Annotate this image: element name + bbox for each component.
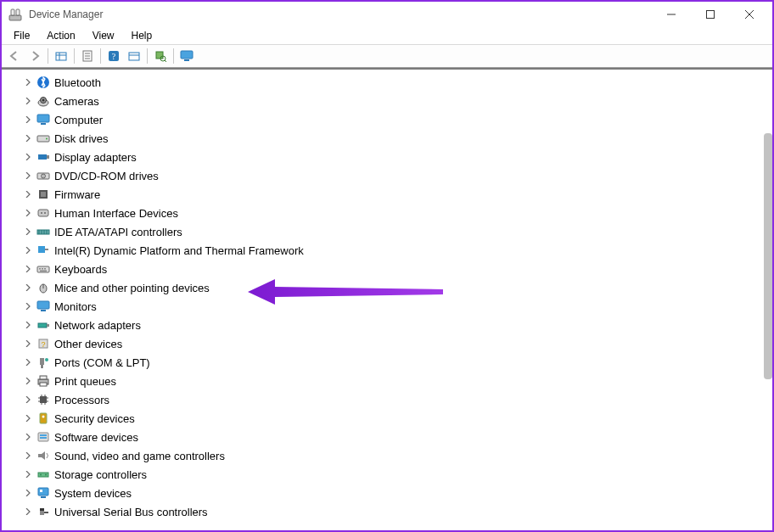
tree-node-label: Software devices	[54, 431, 138, 444]
svg-rect-55	[41, 310, 46, 311]
tree-node[interactable]: System devices	[22, 484, 772, 502]
svg-rect-85	[40, 490, 42, 492]
expand-icon[interactable]	[22, 338, 34, 350]
back-icon[interactable]	[5, 47, 24, 65]
tree-node[interactable]: Computer	[22, 110, 772, 129]
tree-node[interactable]: DVD/CD-ROM drives	[22, 166, 772, 185]
device-tree[interactable]: BluetoothCamerasComputerDisk drivesDispl…	[2, 70, 772, 530]
svg-rect-27	[37, 115, 49, 122]
svg-rect-37	[38, 210, 48, 216]
tree-node[interactable]: Human Interface Devices	[22, 204, 772, 222]
expand-icon[interactable]	[22, 450, 34, 462]
tree-node[interactable]: Universal Serial Bus controllers	[22, 502, 772, 521]
tree-node[interactable]: Network adapters	[22, 316, 772, 334]
expand-icon[interactable]	[22, 431, 34, 443]
show-hidden-icon[interactable]	[52, 47, 70, 65]
menu-action[interactable]: Action	[38, 28, 83, 43]
disk-drive-icon	[36, 131, 51, 146]
expand-icon[interactable]	[22, 76, 34, 88]
maximize-button[interactable]	[691, 2, 730, 27]
tree-node[interactable]: Bluetooth	[22, 73, 772, 92]
expand-icon[interactable]	[22, 487, 34, 499]
svg-rect-57	[47, 324, 49, 327]
expand-icon[interactable]	[22, 263, 34, 275]
expand-icon[interactable]	[22, 114, 34, 126]
svg-rect-16	[129, 53, 139, 60]
tree-node[interactable]: Keyboards	[22, 260, 772, 278]
help-icon[interactable]: ?	[104, 47, 123, 65]
tree-node[interactable]: Monitors	[22, 297, 772, 316]
tree-node-label: Cameras	[54, 95, 99, 108]
tree-node-label: Network adapters	[54, 319, 141, 332]
tree-node[interactable]: Software devices	[22, 428, 772, 446]
expand-icon[interactable]	[22, 95, 34, 107]
svg-point-62	[45, 358, 48, 361]
expand-icon[interactable]	[22, 375, 34, 387]
software-device-icon	[36, 429, 51, 445]
expand-icon[interactable]	[22, 412, 34, 424]
expand-icon[interactable]	[22, 282, 34, 294]
svg-point-82	[40, 474, 42, 476]
svg-rect-22	[184, 59, 189, 61]
svg-point-39	[44, 212, 46, 214]
svg-rect-0	[9, 15, 21, 20]
expand-icon[interactable]	[22, 151, 34, 163]
expand-icon[interactable]	[22, 356, 34, 368]
tree-node[interactable]: Display adapters	[22, 148, 772, 166]
tree-node[interactable]: Storage controllers	[22, 465, 772, 484]
tree-node[interactable]: ?Other devices	[22, 334, 772, 353]
menubar: File Action View Help	[2, 27, 772, 44]
svg-point-30	[46, 138, 48, 140]
svg-text:?: ?	[41, 340, 45, 349]
expand-icon[interactable]	[22, 468, 34, 480]
minimize-button[interactable]	[652, 2, 691, 27]
expand-icon[interactable]	[22, 132, 34, 144]
tree-node[interactable]: Intel(R) Dynamic Platform and Thermal Fr…	[22, 241, 772, 260]
system-device-icon	[36, 485, 51, 501]
tree-node-label: Print queues	[54, 375, 116, 388]
tree-node[interactable]: Firmware	[22, 185, 772, 204]
tree-node[interactable]: Cameras	[22, 92, 772, 110]
tree-node[interactable]: Mice and other pointing devices	[22, 278, 772, 297]
svg-rect-78	[40, 434, 47, 436]
expand-icon[interactable]	[22, 319, 34, 331]
tree-node[interactable]: Print queues	[22, 372, 772, 390]
tree-node-label: Disk drives	[54, 132, 109, 145]
expand-icon[interactable]	[22, 506, 34, 518]
svg-point-76	[42, 416, 45, 418]
close-button[interactable]	[730, 2, 769, 27]
tree-node-label: Universal Serial Bus controllers	[54, 506, 208, 518]
tree-node[interactable]: IDE ATA/ATAPI controllers	[22, 222, 772, 241]
monitor-icon[interactable]	[177, 47, 196, 65]
tree-node-label: System devices	[54, 487, 132, 500]
expand-icon[interactable]	[22, 170, 34, 182]
expand-icon[interactable]	[22, 300, 34, 312]
properties-icon[interactable]	[78, 47, 97, 65]
tree-node[interactable]: Disk drives	[22, 129, 772, 148]
menu-help[interactable]: Help	[123, 28, 161, 43]
expand-icon[interactable]	[22, 244, 34, 256]
svg-rect-79	[40, 437, 47, 439]
svg-rect-51	[40, 271, 47, 272]
svg-point-26	[42, 99, 45, 102]
svg-rect-32	[47, 155, 49, 159]
scan-hardware-icon[interactable]	[151, 47, 170, 65]
tree-node[interactable]: Sound, video and game controllers	[22, 446, 772, 465]
svg-rect-49	[42, 268, 43, 270]
expand-icon[interactable]	[22, 207, 34, 219]
scrollbar-thumb[interactable]	[764, 133, 772, 379]
tree-node[interactable]: Ports (COM & LPT)	[22, 353, 772, 372]
menu-view[interactable]: View	[84, 28, 123, 43]
update-driver-icon[interactable]	[125, 47, 143, 65]
svg-rect-81	[38, 473, 48, 477]
forward-icon[interactable]	[25, 47, 44, 65]
svg-line-20	[165, 60, 166, 62]
expand-icon[interactable]	[22, 188, 34, 200]
expand-icon[interactable]	[22, 394, 34, 406]
tree-node[interactable]: Processors	[22, 390, 772, 409]
tree-node-label: Human Interface Devices	[54, 207, 178, 220]
menu-file[interactable]: File	[5, 28, 38, 43]
tree-node[interactable]: Security devices	[22, 409, 772, 428]
dvd-drive-icon	[36, 168, 51, 183]
expand-icon[interactable]	[22, 226, 34, 238]
